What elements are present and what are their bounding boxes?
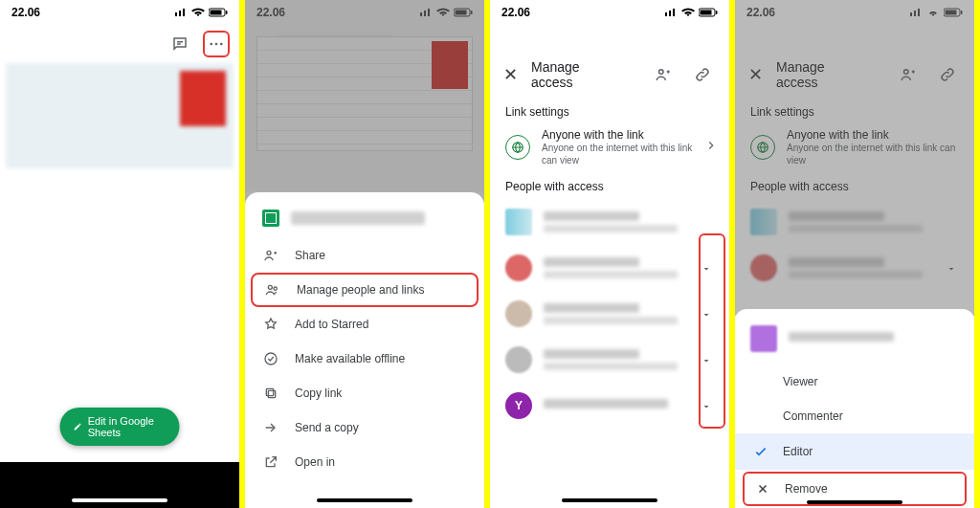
highlighted-cells bbox=[180, 71, 226, 126]
role-option-commenter[interactable]: Commenter bbox=[735, 399, 974, 433]
link-subtitle: Anyone on the internet with this link ca… bbox=[542, 142, 693, 166]
svg-rect-20 bbox=[716, 11, 718, 14]
person-row[interactable] bbox=[490, 245, 729, 291]
context-menu-sheet: Share Manage people and links Add to Sta… bbox=[245, 192, 484, 508]
person-name bbox=[544, 349, 639, 359]
screen-role-picker: 22.06 ✕ Manage access Link settings bbox=[735, 0, 974, 508]
svg-rect-19 bbox=[701, 11, 712, 15]
menu-item-openin[interactable]: Open in bbox=[245, 445, 484, 479]
menu-label: Add to Starred bbox=[295, 318, 368, 331]
menu-item-manage-access[interactable]: Manage people and links bbox=[251, 273, 479, 307]
manage-access-header: ✕ Manage access bbox=[490, 48, 729, 101]
page-title: Manage access bbox=[531, 59, 623, 90]
person-row[interactable] bbox=[490, 337, 729, 383]
person-name bbox=[544, 399, 668, 409]
person-name bbox=[544, 257, 639, 267]
person-info bbox=[544, 211, 714, 232]
close-icon[interactable]: ✕ bbox=[503, 64, 518, 85]
scrim[interactable] bbox=[735, 0, 974, 316]
copy-icon bbox=[262, 386, 279, 401]
status-icons bbox=[664, 8, 718, 17]
person-email bbox=[544, 317, 678, 324]
link-setting-texts: Anyone with the link Anyone on the inter… bbox=[542, 128, 693, 166]
svg-point-21 bbox=[658, 70, 663, 75]
menu-item-copylink[interactable]: Copy link bbox=[245, 376, 484, 410]
person-info bbox=[789, 332, 959, 345]
menu-header bbox=[245, 206, 484, 238]
edit-fab[interactable]: Edit in Google Sheets bbox=[60, 408, 180, 446]
avatar-letter: Y bbox=[515, 399, 523, 412]
menu-label: Send a copy bbox=[295, 421, 359, 434]
menu-item-offline[interactable]: Make available offline bbox=[245, 342, 484, 376]
role-dropdown[interactable] bbox=[701, 261, 714, 275]
svg-point-13 bbox=[268, 285, 272, 289]
person-info bbox=[544, 257, 689, 278]
home-indicator bbox=[562, 498, 657, 502]
svg-point-5 bbox=[220, 43, 223, 46]
person-name bbox=[789, 332, 894, 342]
avatar: Y bbox=[505, 392, 532, 419]
link-button[interactable] bbox=[690, 61, 716, 88]
chevron-right-icon bbox=[704, 139, 718, 156]
role-dropdown[interactable] bbox=[701, 399, 714, 412]
screen-more-menu: 22.06 ✕ bbox=[245, 0, 484, 508]
avatar bbox=[505, 254, 532, 281]
menu-label: Copy link bbox=[295, 387, 342, 400]
spreadsheet-preview bbox=[6, 63, 234, 168]
person-info bbox=[544, 399, 689, 412]
person-info bbox=[544, 303, 689, 324]
add-person-button[interactable] bbox=[650, 61, 676, 88]
comments-icon[interactable] bbox=[167, 31, 193, 57]
fab-label: Edit in Google Sheets bbox=[88, 415, 167, 438]
screen-sheet-view: 22.06 Edit in Google Sheets bbox=[0, 0, 239, 508]
send-icon bbox=[262, 420, 279, 435]
link-title: Anyone with the link bbox=[542, 128, 693, 142]
more-menu-button[interactable] bbox=[203, 31, 230, 57]
role-label: Viewer bbox=[783, 375, 817, 388]
person-row[interactable]: Y bbox=[490, 383, 729, 429]
role-label: Commenter bbox=[783, 409, 843, 423]
person-plus-icon bbox=[262, 248, 279, 263]
role-dropdown[interactable] bbox=[701, 307, 714, 320]
manage-access-dimmed: 22.06 ✕ Manage access Link settings bbox=[735, 0, 974, 316]
link-settings-row[interactable]: Anyone with the link Anyone on the inter… bbox=[490, 124, 729, 176]
pencil-icon bbox=[74, 421, 82, 432]
status-bar: 22.06 bbox=[0, 0, 239, 25]
svg-point-3 bbox=[210, 43, 212, 46]
person-row-owner[interactable] bbox=[490, 199, 729, 245]
person-row[interactable] bbox=[490, 291, 729, 337]
sheets-icon bbox=[262, 210, 279, 227]
status-time: 22.06 bbox=[11, 6, 40, 19]
offline-icon bbox=[262, 351, 279, 366]
menu-item-sendcopy[interactable]: Send a copy bbox=[245, 410, 484, 445]
check-icon bbox=[752, 444, 769, 459]
person-email bbox=[544, 225, 678, 232]
home-indicator bbox=[72, 498, 167, 502]
star-icon bbox=[262, 317, 279, 332]
person-info bbox=[544, 349, 689, 370]
menu-item-star[interactable]: Add to Starred bbox=[245, 307, 484, 342]
status-time: 22.06 bbox=[501, 6, 530, 19]
menu-item-share[interactable]: Share bbox=[245, 238, 484, 273]
status-icons bbox=[174, 8, 228, 17]
doc-toolbar bbox=[0, 25, 239, 63]
doc-title-blur bbox=[291, 211, 425, 225]
people-icon bbox=[264, 282, 281, 298]
menu-label: Share bbox=[295, 249, 325, 262]
avatar bbox=[505, 209, 532, 235]
close-icon bbox=[754, 482, 771, 496]
role-option-viewer[interactable]: Viewer bbox=[735, 364, 974, 399]
role-dropdown[interactable] bbox=[701, 353, 714, 366]
open-in-icon bbox=[262, 454, 279, 470]
home-indicator bbox=[317, 498, 412, 502]
svg-rect-2 bbox=[226, 11, 228, 14]
selected-person-row bbox=[735, 319, 974, 364]
role-option-editor[interactable]: Editor bbox=[735, 433, 974, 470]
avatar bbox=[505, 346, 532, 373]
svg-point-12 bbox=[267, 251, 271, 254]
person-name bbox=[544, 303, 639, 313]
person-email bbox=[544, 363, 678, 370]
svg-point-4 bbox=[215, 43, 218, 46]
home-indicator bbox=[807, 500, 902, 504]
svg-point-15 bbox=[265, 353, 277, 364]
